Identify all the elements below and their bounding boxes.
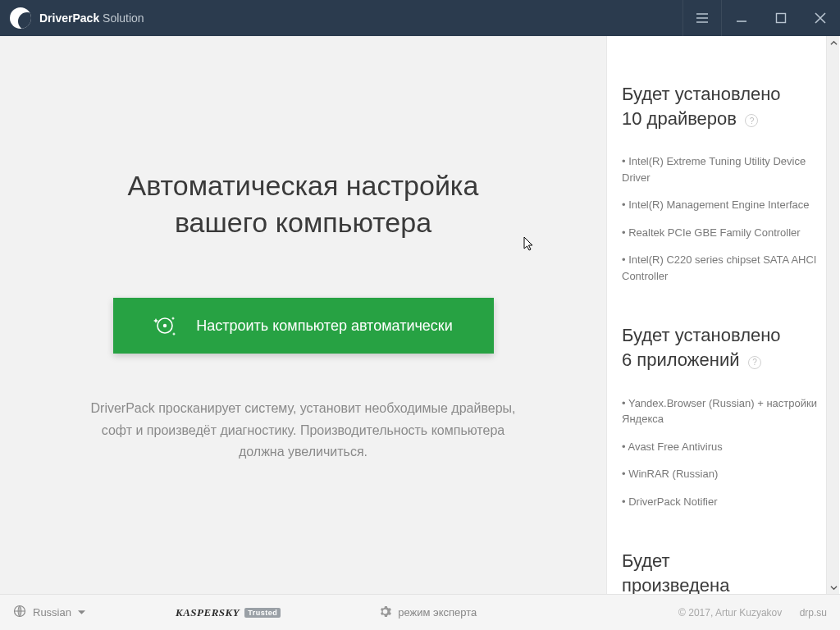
vertical-scrollbar[interactable] <box>826 36 839 594</box>
svg-point-2 <box>163 324 167 327</box>
expert-label: режим эксперта <box>398 606 477 619</box>
list-item: Avast Free Antivirus <box>622 439 825 455</box>
diag-title-l1: Будет <box>622 550 670 571</box>
scroll-up-button[interactable] <box>827 36 840 49</box>
apps-title-l1: Будет установлено <box>622 325 781 345</box>
main-area: Автоматическая настройка вашего компьюте… <box>0 36 840 594</box>
sidebar-panel: Будет установлено 10 драйверов ? Intel(R… <box>606 36 840 594</box>
language-selector[interactable]: Russian <box>13 605 85 620</box>
list-item: WinRAR (Russian) <box>622 466 825 482</box>
diag-title-l2: произведена <box>622 575 729 594</box>
app-title-bold: DriverPack <box>39 11 99 25</box>
svg-rect-0 <box>777 14 786 23</box>
list-item: Realtek PCIe GBE Family Controller <box>622 225 825 241</box>
apps-section: Будет установлено 6 приложений ? Yandex.… <box>622 323 825 509</box>
drivers-list: Intel(R) Extreme Tuning Utility Device D… <box>622 153 825 284</box>
copyright-text: © 2017, Artur Kuzyakov <box>678 607 782 619</box>
hero-title-line2: вашего компьютера <box>128 204 479 242</box>
hero-description: DriverPack просканирует систему, установ… <box>90 398 517 463</box>
list-item: Intel(R) Extreme Tuning Utility Device D… <box>622 153 825 185</box>
list-item: DriverPack Notifier <box>622 494 825 510</box>
chevron-down-icon <box>830 584 838 591</box>
help-icon[interactable]: ? <box>748 356 761 369</box>
list-item: Intel(R) Management Engine Interface <box>622 197 825 213</box>
minimize-button[interactable] <box>722 0 761 36</box>
apps-title-l2: 6 приложений <box>622 349 740 370</box>
hero-panel: Автоматическая настройка вашего компьюте… <box>0 36 606 594</box>
maximize-button[interactable] <box>761 0 801 36</box>
hero-title: Автоматическая настройка вашего компьюте… <box>128 167 479 243</box>
drivers-title-l2: 10 драйверов <box>622 108 737 129</box>
section-title-apps: Будет установлено 6 приложений ? <box>622 323 825 372</box>
kaspersky-label: KASPERSKY <box>176 606 240 619</box>
cta-label: Настроить компьютер автоматически <box>196 317 453 335</box>
globe-icon <box>13 605 26 620</box>
scroll-down-button[interactable] <box>827 581 840 594</box>
diag-section: Будет произведена <box>622 549 825 594</box>
sparkle-disc-icon <box>153 314 176 337</box>
titlebar: DriverPack Solution <box>0 0 840 36</box>
footer: Russian KASPERSKY Trusted режим эксперта… <box>0 594 840 630</box>
copyright: © 2017, Artur Kuzyakov drp.su <box>678 607 827 619</box>
menu-button[interactable] <box>682 0 722 36</box>
expert-mode-link[interactable]: режим эксперта <box>379 605 477 620</box>
app-title: DriverPack Solution <box>39 11 144 25</box>
chevron-up-icon <box>830 39 838 47</box>
auto-configure-button[interactable]: Настроить компьютер автоматически <box>113 298 494 354</box>
drivers-title-l1: Будет установлено <box>622 84 781 104</box>
minimize-icon <box>736 12 747 24</box>
chevron-down-icon <box>78 610 85 615</box>
trusted-badge: Trusted <box>244 608 281 618</box>
section-title-drivers: Будет установлено 10 драйверов ? <box>622 82 825 130</box>
app-title-light: Solution <box>99 11 144 25</box>
list-item: Intel(R) C220 series chipset SATA AHCI C… <box>622 252 825 284</box>
drivers-section: Будет установлено 10 драйверов ? Intel(R… <box>622 82 825 284</box>
close-icon <box>815 12 826 24</box>
gear-icon <box>379 605 391 620</box>
list-item: Yandex.Browser (Russian) + настройки Янд… <box>622 395 825 427</box>
hamburger-icon <box>696 12 708 24</box>
maximize-icon <box>775 12 787 24</box>
close-button[interactable] <box>801 0 840 36</box>
section-title-diag: Будет произведена <box>622 549 825 594</box>
language-label: Russian <box>33 606 71 619</box>
site-link[interactable]: drp.su <box>800 607 827 619</box>
hero-title-line1: Автоматическая настройка <box>128 167 479 205</box>
kaspersky-badge: KASPERSKY Trusted <box>176 606 281 619</box>
apps-list: Yandex.Browser (Russian) + настройки Янд… <box>622 395 825 510</box>
app-logo-icon <box>10 7 31 29</box>
help-icon[interactable]: ? <box>745 114 758 127</box>
